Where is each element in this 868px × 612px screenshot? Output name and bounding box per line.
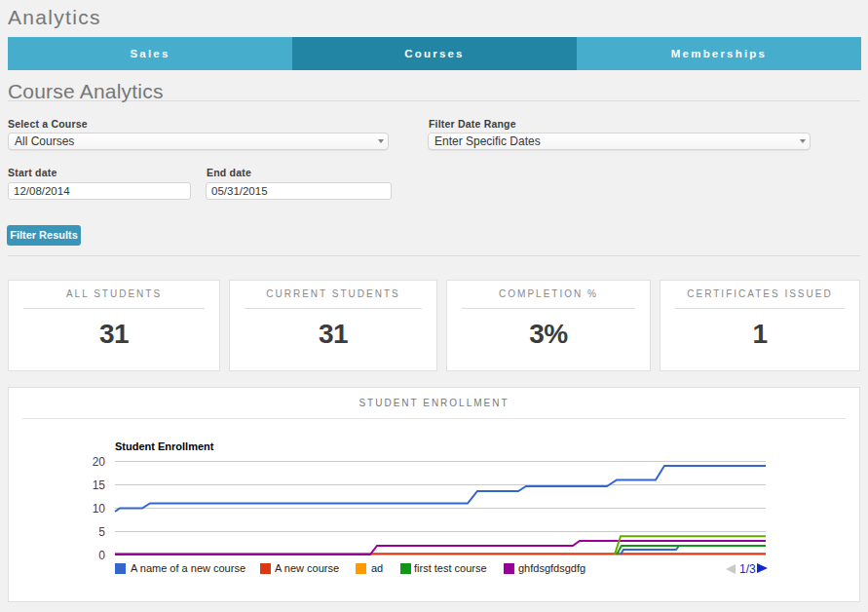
- svg-text:Student Enrollment: Student Enrollment: [115, 440, 214, 452]
- svg-text:20: 20: [93, 455, 106, 469]
- svg-text:0: 0: [98, 549, 105, 562]
- svg-text:15: 15: [93, 478, 106, 492]
- svg-text:10: 10: [93, 502, 106, 516]
- svg-text:5: 5: [98, 525, 105, 539]
